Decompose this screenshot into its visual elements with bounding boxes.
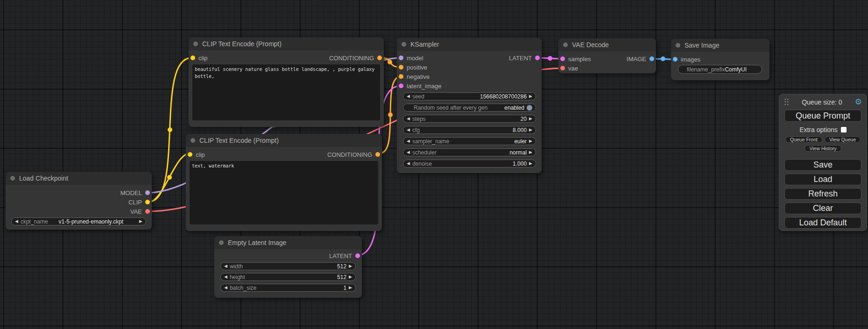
node-clip-text-encode-negative[interactable]: CLIP Text Encode (Prompt) clip CONDITION… — [186, 134, 382, 231]
widget-width[interactable]: ◀ width 512 ▶ — [220, 262, 356, 270]
prompt-textarea[interactable]: beautiful scenery nature glass bottle la… — [192, 64, 380, 120]
save-button[interactable]: Save — [784, 159, 861, 171]
input-port-vae[interactable] — [560, 66, 565, 70]
input-port-clip[interactable] — [191, 56, 195, 60]
widget-value: 8.000 — [513, 127, 527, 133]
node-title-bar[interactable]: KSampler — [397, 38, 542, 51]
output-port-conditioning[interactable] — [375, 152, 380, 157]
extra-options-label: Extra options — [799, 126, 838, 133]
node-vae-decode[interactable]: VAE Decode samples IMAGE vae — [558, 38, 656, 73]
output-label-conditioning: CONDITIONING — [329, 55, 374, 62]
widget-height[interactable]: ◀ height 512 ▶ — [220, 273, 356, 281]
node-title-bar[interactable]: Save Image — [671, 39, 769, 52]
collapse-dot[interactable] — [563, 42, 568, 47]
widget-label: ckpt_name — [21, 218, 48, 225]
load-default-button[interactable]: Load Default — [784, 217, 861, 229]
decrement-arrow-icon[interactable]: ◀ — [407, 139, 410, 143]
decrement-arrow-icon[interactable]: ◀ — [224, 275, 227, 279]
input-port-latent-image[interactable] — [399, 84, 403, 88]
collapse-dot[interactable] — [676, 43, 680, 48]
comfyui-canvas[interactable]: { "colors": { "model": "#B39DDB", "clip"… — [0, 0, 868, 329]
node-clip-text-encode-positive[interactable]: CLIP Text Encode (Prompt) clip CONDITION… — [189, 37, 384, 127]
decrement-arrow-icon[interactable]: ◀ — [15, 219, 18, 224]
view-history-button[interactable]: View History — [804, 145, 841, 152]
refresh-button[interactable]: Refresh — [784, 188, 861, 200]
widget-scheduler[interactable]: ◀ scheduler normal ▶ — [403, 148, 536, 156]
widget-random-seed-toggle[interactable]: Random seed after every gen enabled — [403, 104, 536, 112]
increment-arrow-icon[interactable]: ▶ — [529, 161, 532, 166]
output-label-image: IMAGE — [627, 56, 646, 63]
clear-button[interactable]: Clear — [784, 203, 861, 214]
drag-handle-icon[interactable] — [784, 98, 789, 106]
node-title-label: Load Checkpoint — [19, 175, 68, 182]
increment-arrow-icon[interactable]: ▶ — [529, 150, 532, 154]
queue-prompt-button[interactable]: Queue Prompt — [784, 110, 861, 122]
widget-batch-size[interactable]: ◀ batch_size 1 ▶ — [220, 284, 356, 292]
widget-cfg[interactable]: ◀ cfg 8.000 ▶ — [403, 126, 536, 134]
collapse-dot[interactable] — [402, 42, 406, 47]
gear-icon[interactable]: ⚙ — [855, 98, 862, 106]
node-title-bar[interactable]: CLIP Text Encode (Prompt) — [186, 134, 382, 147]
increment-arrow-icon[interactable]: ▶ — [529, 94, 532, 98]
decrement-arrow-icon[interactable]: ◀ — [407, 128, 410, 132]
extra-options-checkbox[interactable] — [841, 127, 847, 133]
increment-arrow-icon[interactable]: ▶ — [349, 264, 352, 268]
node-title-bar[interactable]: Empty Latent Image — [214, 236, 362, 249]
decrement-arrow-icon[interactable]: ◀ — [407, 150, 410, 154]
output-port-conditioning[interactable] — [377, 56, 382, 60]
input-port-positive[interactable] — [399, 65, 403, 70]
output-port-model[interactable] — [145, 190, 150, 195]
widget-value: 1.000 — [513, 161, 527, 167]
collapse-dot[interactable] — [193, 42, 198, 46]
input-port-negative[interactable] — [399, 74, 403, 79]
widget-value: enabled — [504, 105, 524, 111]
widget-steps[interactable]: ◀ steps 20 ▶ — [403, 115, 536, 123]
increment-arrow-icon[interactable]: ▶ — [139, 219, 142, 224]
node-ksampler[interactable]: KSampler model LATENT positive negative … — [397, 38, 542, 173]
node-save-image[interactable]: Save Image images filename_prefix ComfyU… — [671, 39, 769, 80]
decrement-arrow-icon[interactable]: ◀ — [407, 161, 410, 166]
decrement-arrow-icon[interactable]: ◀ — [224, 286, 227, 290]
prompt-textarea[interactable]: text, watermark — [190, 161, 378, 224]
decrement-arrow-icon[interactable]: ◀ — [407, 94, 410, 98]
node-load-checkpoint[interactable]: Load Checkpoint MODEL CLIP VAE ◀ ckpt_na… — [6, 172, 152, 230]
node-title-bar[interactable]: Load Checkpoint — [6, 172, 152, 185]
increment-arrow-icon[interactable]: ▶ — [349, 275, 352, 279]
widget-ckpt-name[interactable]: ◀ ckpt_name v1-5-pruned-emaonly.ckpt ▶ — [11, 217, 146, 225]
output-port-latent[interactable] — [535, 56, 540, 60]
output-port-clip[interactable] — [145, 200, 150, 204]
decrement-arrow-icon[interactable]: ◀ — [224, 264, 227, 268]
widget-value: normal — [509, 149, 527, 156]
queue-front-button[interactable]: Queue Front — [785, 136, 822, 143]
collapse-dot[interactable] — [10, 176, 15, 181]
increment-arrow-icon[interactable]: ▶ — [529, 117, 532, 121]
node-title-bar[interactable]: VAE Decode — [558, 38, 656, 51]
collapse-dot[interactable] — [219, 240, 224, 245]
input-port-images[interactable] — [673, 57, 677, 62]
node-empty-latent-image[interactable]: Empty Latent Image LATENT ◀ width 512 ▶ … — [214, 236, 362, 298]
toggle-knob[interactable] — [527, 105, 532, 111]
input-label-negative: negative — [407, 73, 430, 80]
node-title-bar[interactable]: CLIP Text Encode (Prompt) — [189, 37, 384, 50]
collapse-dot[interactable] — [191, 138, 195, 143]
input-port-samples[interactable] — [560, 56, 565, 61]
input-port-clip[interactable] — [188, 152, 192, 157]
input-port-model[interactable] — [399, 56, 403, 60]
input-label-latent-image: latent_image — [407, 83, 441, 90]
widget-seed[interactable]: ◀ seed 156680208700286 ▶ — [403, 92, 536, 100]
increment-arrow-icon[interactable]: ▶ — [529, 139, 532, 143]
increment-arrow-icon[interactable]: ▶ — [529, 128, 532, 132]
input-label-positive: positive — [407, 64, 427, 71]
output-port-image[interactable] — [649, 56, 654, 61]
view-queue-button[interactable]: View Queue — [825, 136, 861, 143]
increment-arrow-icon[interactable]: ▶ — [349, 286, 352, 290]
wire-positive-conditioning-midpoint-dot — [388, 60, 392, 64]
output-port-vae[interactable] — [145, 209, 150, 214]
decrement-arrow-icon[interactable]: ◀ — [407, 117, 410, 121]
widget-sampler-name[interactable]: ◀ sampler_name euler ▶ — [403, 137, 536, 145]
widget-denoise[interactable]: ◀ denoise 1.000 ▶ — [403, 160, 536, 168]
output-port-latent[interactable] — [355, 253, 360, 258]
widget-filename-prefix[interactable]: filename_prefix ComfyUI — [678, 65, 762, 74]
load-button[interactable]: Load — [784, 174, 861, 185]
node-title-label: KSampler — [410, 41, 439, 48]
